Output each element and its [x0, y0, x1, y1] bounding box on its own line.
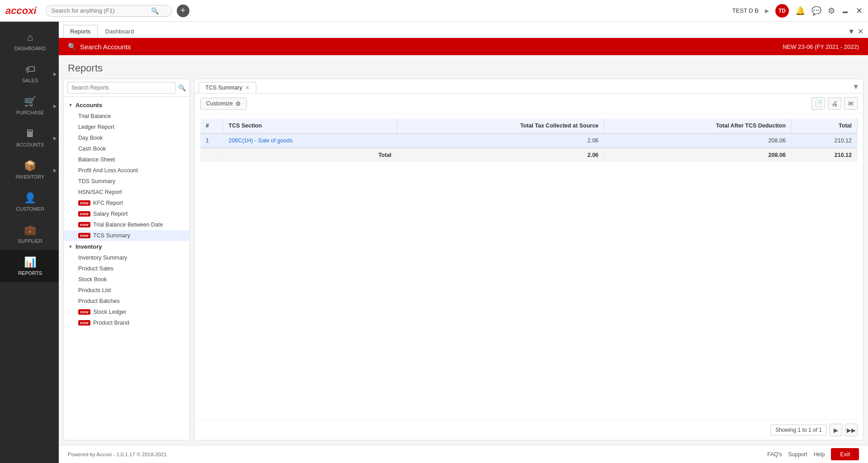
tree-item-stock-ledger[interactable]: new Stock Ledger: [64, 307, 189, 317]
pagination-next-button[interactable]: ▶: [830, 424, 842, 436]
sidebar-item-reports[interactable]: 📊 REPORTS: [0, 250, 59, 282]
table-row[interactable]: 1 206C(1H) - Sale of goods 2.06 208.06 2…: [200, 133, 858, 148]
reports-page: Reports 🔍 ▼ Accounts: [59, 55, 868, 445]
sidebar-item-sales[interactable]: 🏷 SALES ▶: [0, 57, 59, 90]
topbar: accoxi 🔍 + TEST D B ▶ TD 🔔 💬 ⚙ 🗕 ✕: [0, 0, 868, 22]
accounts-section-label: Accounts: [75, 102, 102, 109]
col-tcs-section: TCS Section: [223, 118, 397, 133]
report-tab-more-icon[interactable]: ▼: [852, 83, 859, 91]
accounts-triangle: ▼: [68, 103, 73, 108]
tab-more-icon[interactable]: ▼: [848, 28, 855, 36]
product-batches-label: Product Batches: [78, 298, 120, 304]
pagination-info: Showing 1 to 1 of 1: [770, 425, 827, 435]
support-link[interactable]: Support: [788, 451, 807, 458]
profit-loss-label: Profit And Loss Account: [78, 167, 138, 174]
stock-ledger-new-badge: new: [78, 309, 90, 315]
sidebar-item-label-inventory: INVENTORY: [16, 174, 45, 180]
notification-icon[interactable]: 🔔: [795, 6, 805, 16]
tree-item-profit-loss[interactable]: Profit And Loss Account: [64, 165, 189, 176]
tree-item-product-sales[interactable]: Product Sales: [64, 263, 189, 274]
pdf-icon: 📄: [815, 100, 822, 107]
global-search-bar[interactable]: 🔍: [46, 5, 172, 17]
user-avatar: TD: [775, 4, 789, 18]
accounts-icon: 🖩: [25, 128, 35, 140]
row-section-link[interactable]: 206C(1H) - Sale of goods: [229, 137, 293, 144]
accounts-section-header[interactable]: ▼ Accounts: [64, 99, 189, 111]
sidebar-item-label-reports: REPORTS: [18, 270, 42, 276]
message-icon[interactable]: 💬: [811, 6, 821, 16]
row-tax-collected: 2.06: [397, 133, 604, 148]
tree-item-tcs-summary[interactable]: new TCS Summary: [64, 230, 189, 241]
tab-reports[interactable]: Reports: [63, 25, 98, 38]
search-accounts-icon: 🔍: [68, 43, 76, 51]
print-button[interactable]: 🖨: [828, 97, 841, 110]
tree-item-day-book[interactable]: Day Book: [64, 132, 189, 143]
main-container: ⌂ DASHBOARD 🏷 SALES ▶ 🛒 PURCHASE ▶ 🖩 ACC…: [0, 22, 868, 463]
stock-book-label: Stock Book: [78, 276, 107, 283]
minimize-icon[interactable]: 🗕: [841, 6, 849, 15]
tree-item-cash-book[interactable]: Cash Book: [64, 143, 189, 154]
report-tab-bar-left: TCS Summary ✕: [198, 82, 256, 93]
global-search-button[interactable]: 🔍: [151, 7, 159, 14]
dashboard-icon: ⌂: [27, 32, 33, 43]
tree-item-tds-summary[interactable]: TDS Summary: [64, 176, 189, 187]
tree-item-trial-balance-date[interactable]: new Trial Balance Between Date: [64, 219, 189, 230]
faq-link[interactable]: FAQ's: [767, 451, 782, 458]
search-reports-button[interactable]: 🔍: [178, 84, 186, 91]
row-num: 1: [200, 133, 223, 148]
tree-item-ledger-report[interactable]: Ledger Report: [64, 122, 189, 132]
close-icon[interactable]: ✕: [856, 6, 863, 16]
row-after-deduction: 208.06: [604, 133, 791, 148]
cash-book-label: Cash Book: [78, 146, 106, 152]
global-search-input[interactable]: [52, 7, 151, 14]
email-button[interactable]: ✉: [844, 97, 858, 110]
sidebar-item-accounts[interactable]: 🖩 ACCOUNTS ▶: [0, 122, 59, 154]
sidebar-item-label-dashboard: DASHBOARD: [14, 46, 46, 51]
report-tab-tcs-summary[interactable]: TCS Summary ✕: [198, 82, 256, 93]
sidebar-item-label-accounts: ACCOUNTS: [16, 142, 44, 147]
tree-item-stock-book[interactable]: Stock Book: [64, 274, 189, 285]
tree-item-hsn-sac[interactable]: HSN/SAC Report: [64, 187, 189, 198]
help-link[interactable]: Help: [814, 451, 825, 458]
sidebar-item-supplier[interactable]: 💼 SUPPLIER: [0, 218, 59, 250]
inventory-section-label: Inventory: [75, 243, 102, 250]
inventory-section-header[interactable]: ▼ Inventory: [64, 241, 189, 252]
sidebar-item-label-supplier: SUPPLIER: [18, 238, 42, 244]
tree-item-kfc-report[interactable]: new KFC Report: [64, 198, 189, 208]
sidebar-item-customer[interactable]: 👤 CUSTOMER: [0, 186, 59, 218]
tab-dashboard[interactable]: Dashboard: [99, 25, 141, 38]
stock-ledger-label: Stock Ledger: [93, 309, 127, 315]
tree-item-product-batches[interactable]: Product Batches: [64, 296, 189, 307]
last-icon: ▶▶: [847, 427, 856, 434]
pagination-last-button[interactable]: ▶▶: [845, 424, 858, 436]
reports-icon: 📊: [24, 256, 36, 268]
tab-bar-left: Reports Dashboard: [63, 25, 141, 38]
user-dropdown-arrow[interactable]: ▶: [765, 8, 769, 14]
sidebar-item-dashboard[interactable]: ⌂ DASHBOARD: [0, 25, 59, 57]
sidebar-item-inventory[interactable]: 📦 INVENTORY ▶: [0, 154, 59, 186]
tree-item-products-list[interactable]: Products List: [64, 285, 189, 296]
tds-summary-label: TDS Summary: [78, 178, 115, 184]
col-num: #: [200, 118, 223, 133]
report-tab-close[interactable]: ✕: [245, 85, 250, 91]
settings-icon[interactable]: ⚙: [828, 6, 835, 16]
tab-close-icon[interactable]: ✕: [858, 27, 863, 36]
inventory-triangle: ▼: [68, 244, 73, 249]
sidebar-item-purchase[interactable]: 🛒 PURCHASE ▶: [0, 90, 59, 122]
footer-powered-by: Powered by Accoxi - 1.0.1.17 © 2018-2021: [68, 452, 167, 457]
add-button[interactable]: +: [177, 5, 189, 17]
footer-empty-1: [200, 148, 223, 162]
tree-item-product-brand[interactable]: new Product Brand: [64, 317, 189, 328]
search-reports-bar: 🔍: [64, 79, 189, 97]
exit-button[interactable]: Exit: [831, 448, 859, 460]
inventory-icon: 📦: [24, 160, 36, 172]
tree-item-balance-sheet[interactable]: Balance Sheet: [64, 154, 189, 165]
supplier-icon: 💼: [24, 224, 36, 236]
sales-icon: 🏷: [25, 64, 35, 76]
tree-item-inventory-summary[interactable]: Inventory Summary: [64, 252, 189, 263]
search-reports-input[interactable]: [67, 82, 175, 94]
tree-item-trial-balance[interactable]: Trial Balance: [64, 111, 189, 122]
export-pdf-button[interactable]: 📄: [811, 97, 825, 110]
customize-button[interactable]: Customize ⚙: [200, 98, 247, 110]
tree-item-salary-report[interactable]: new Salary Report: [64, 208, 189, 219]
